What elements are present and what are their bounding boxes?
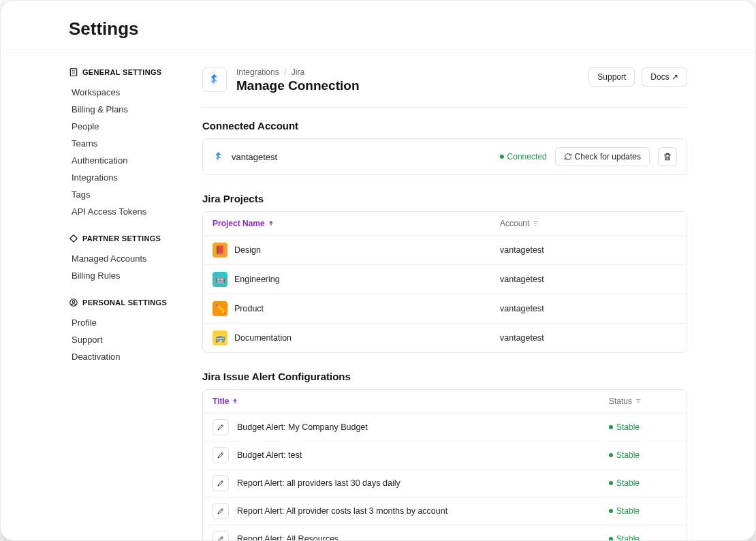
alert-title: Report Alert: All provider costs last 3 … [237, 506, 447, 516]
alert-config-table: Title Status Budget Alert: My Company Bu… [202, 389, 687, 540]
project-account: vantagetest [500, 245, 677, 255]
sidebar-item-integrations[interactable]: Integrations [69, 169, 191, 186]
project-name: Engineering [234, 275, 280, 284]
alert-title: Budget Alert: My Company Budget [237, 422, 368, 432]
alert-config-heading: Jira Issue Alert Configurations [202, 371, 687, 382]
page-title: Manage Connection [236, 78, 360, 93]
alert-row: Report Alert: All provider costs last 3 … [203, 497, 687, 525]
alert-status-header[interactable]: Status [609, 397, 677, 406]
sort-asc-icon [268, 220, 274, 227]
sidebar-heading-partner: PARTNER SETTINGS [69, 234, 191, 243]
project-icon: ✏️ [212, 301, 227, 316]
project-row[interactable]: 📕Designvantagetest [203, 236, 687, 265]
alert-row: Report Alert: all providers last 30 days… [203, 469, 687, 497]
refresh-icon [564, 153, 572, 161]
filter-icon [532, 220, 539, 227]
project-name: Documentation [234, 333, 292, 343]
svg-point-2 [72, 300, 75, 303]
project-row[interactable]: ✏️Productvantagetest [203, 294, 687, 324]
status-dot-icon [609, 481, 613, 485]
alert-row: Budget Alert: testStable [203, 442, 687, 469]
building-icon [69, 67, 78, 77]
trash-icon [663, 152, 672, 161]
alert-status: Stable [609, 422, 677, 432]
project-row[interactable]: 🚌Documentationvantagetest [203, 324, 687, 352]
alert-status: Stable [609, 478, 677, 488]
edit-alert-button[interactable] [212, 475, 229, 491]
sidebar-item-workspaces[interactable]: Workspaces [69, 84, 191, 101]
sidebar-item-tags[interactable]: Tags [69, 186, 191, 203]
sidebar-item-profile[interactable]: Profile [69, 314, 191, 331]
edit-alert-button[interactable] [212, 503, 229, 519]
connected-status: Connected [500, 152, 547, 161]
sidebar-item-deactivation[interactable]: Deactivation [69, 348, 191, 365]
sort-asc-icon [232, 398, 238, 405]
pencil-icon [217, 535, 225, 540]
project-name: Product [234, 304, 264, 313]
jira-logo-small-icon [212, 151, 225, 163]
jira-logo-icon [202, 67, 227, 92]
status-dot-icon [500, 155, 504, 159]
pencil-icon [217, 423, 225, 431]
connected-account-name: vantagetest [232, 152, 277, 162]
main-content: Integrations / Jira Manage Connection Su… [198, 52, 687, 540]
alert-title: Report Alert: All Resources [237, 534, 338, 540]
user-circle-icon [69, 298, 78, 307]
jira-projects-table: Project Name Account 📕Designvantagetest🤖… [202, 211, 687, 353]
sidebar-item-people[interactable]: People [69, 118, 191, 135]
sidebar-item-teams[interactable]: Teams [69, 135, 191, 152]
project-account: vantagetest [500, 333, 677, 343]
svg-rect-0 [70, 69, 76, 76]
sidebar-item-billing-plans[interactable]: Billing & Plans [69, 101, 191, 118]
sidebar-item-support[interactable]: Support [69, 331, 191, 348]
project-icon: 📕 [212, 243, 227, 258]
project-icon: 🤖 [212, 272, 227, 287]
pencil-icon [217, 451, 225, 459]
support-button[interactable]: Support [588, 67, 635, 87]
docs-button[interactable]: Docs ↗ [642, 67, 687, 87]
edit-alert-button[interactable] [212, 447, 229, 463]
alert-status: Stable [609, 534, 677, 540]
sidebar-item-api-tokens[interactable]: API Access Tokens [69, 203, 191, 220]
pencil-icon [217, 507, 225, 515]
status-dot-icon [609, 537, 613, 540]
breadcrumb-current: Jira [292, 67, 304, 77]
project-name: Design [234, 245, 261, 255]
breadcrumb-parent[interactable]: Integrations [236, 67, 279, 77]
project-icon: 🚌 [212, 330, 227, 345]
alert-status: Stable [609, 450, 677, 460]
project-account: vantagetest [500, 304, 677, 313]
status-dot-icon [609, 509, 613, 513]
jira-projects-heading: Jira Projects [202, 193, 687, 204]
pencil-icon [217, 479, 225, 487]
alert-title-header[interactable]: Title [212, 397, 609, 406]
sidebar-heading-personal: PERSONAL SETTINGS [69, 298, 191, 307]
sidebar-item-authentication[interactable]: Authentication [69, 152, 191, 169]
alert-title: Report Alert: all providers last 30 days… [237, 478, 400, 488]
sidebar-item-billing-rules[interactable]: Billing Rules [69, 267, 191, 284]
connected-account-heading: Connected Account [202, 120, 687, 132]
diamond-icon [69, 234, 78, 243]
breadcrumb: Integrations / Jira [236, 67, 360, 77]
filter-icon [635, 398, 642, 405]
status-dot-icon [609, 453, 613, 457]
sidebar-heading-general: GENERAL SETTINGS [69, 67, 191, 77]
delete-connection-button[interactable] [658, 147, 677, 166]
edit-alert-button[interactable] [212, 419, 229, 435]
edit-alert-button[interactable] [212, 531, 229, 540]
sidebar-item-managed-accounts[interactable]: Managed Accounts [69, 250, 191, 267]
sidebar: GENERAL SETTINGS Workspaces Billing & Pl… [69, 52, 198, 540]
alert-row: Budget Alert: My Company BudgetStable [203, 414, 687, 442]
settings-title: Settings [69, 18, 687, 40]
connected-account-card: vantagetest Connected Check for updates [202, 138, 687, 175]
account-header[interactable]: Account [500, 219, 677, 228]
status-dot-icon [609, 425, 613, 429]
alert-title: Budget Alert: test [237, 450, 302, 460]
alert-row: Report Alert: All ResourcesStable [203, 525, 687, 540]
project-account: vantagetest [500, 275, 677, 284]
alert-status: Stable [609, 506, 677, 516]
project-row[interactable]: 🤖Engineeringvantagetest [203, 265, 687, 294]
check-updates-button[interactable]: Check for updates [555, 147, 650, 166]
project-name-header[interactable]: Project Name [212, 219, 500, 228]
